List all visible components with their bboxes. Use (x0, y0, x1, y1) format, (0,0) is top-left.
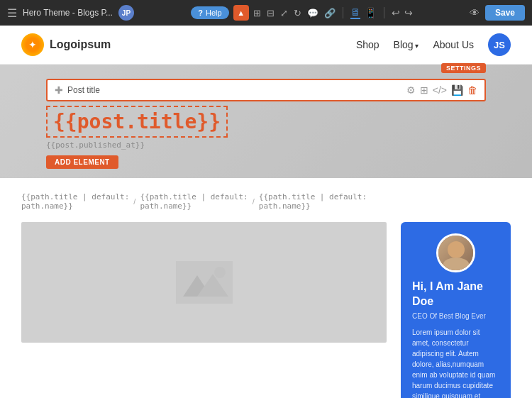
post-title-bar-left: ✚ Post title (55, 84, 100, 96)
logo-icon (21, 33, 44, 56)
hero-section: SETTINGS ✚ Post title ⚙ ⊞ </> 💾 🗑 {{post… (0, 65, 532, 178)
nav-blog[interactable]: Blog (394, 39, 419, 50)
post-title-wrapper: SETTINGS ✚ Post title ⚙ ⊞ </> 💾 🗑 {{post… (46, 79, 486, 169)
layout-icon[interactable]: ⊟ (267, 8, 275, 18)
content-sidebar: Hi, I Am Jane Doe CEO Of Best Blog Ever … (401, 222, 511, 398)
toolbar-separator (343, 7, 343, 18)
author-role: CEO Of Best Blog Ever (412, 312, 499, 320)
toolbar-user-avatar: JP (118, 5, 134, 21)
breadcrumb-item-1: {{path.title | default:path.name}} (21, 192, 129, 211)
post-published-field: {{post.published_at}} (46, 140, 486, 150)
toolbar: ☰ Hero Theme - Blogs P... JP Help ▲ ⊞ ⊟ … (0, 0, 532, 26)
breadcrumb-sep-2: / (253, 197, 255, 206)
menu-icon[interactable]: ☰ (7, 6, 17, 20)
article-image-placeholder (21, 222, 387, 343)
svg-rect-0 (176, 261, 233, 304)
nav-user-avatar: JS (488, 33, 511, 56)
add-icon[interactable]: ✚ (55, 84, 63, 96)
refresh-icon[interactable]: ↻ (294, 8, 301, 18)
preview-icon[interactable]: 👁 (470, 7, 480, 18)
chat-icon[interactable]: 💬 (307, 8, 318, 18)
navbar: Logoipsum Shop Blog About Us JS (0, 26, 532, 65)
toolbar-center: Help ▲ ⊞ ⊟ ⤢ ↻ 💬 🔗 🖥 📱 ↩ ↪ (191, 5, 412, 21)
breadcrumb-sep-1: / (133, 197, 135, 206)
settings-badge[interactable]: SETTINGS (441, 63, 486, 73)
nav-links: Shop Blog About Us JS (356, 33, 511, 56)
breadcrumb-item-2: {{path.title | default:path.name}} (140, 192, 248, 211)
code-icon[interactable]: </> (433, 84, 447, 96)
toolbar-separator-2 (384, 7, 384, 18)
svg-point-3 (214, 267, 226, 278)
link-icon[interactable]: 🔗 (324, 8, 336, 18)
author-avatar-image (438, 236, 473, 270)
logo: Logoipsum (21, 33, 111, 56)
placeholder-inner (176, 261, 233, 304)
redo-icon[interactable]: ↪ (404, 7, 413, 18)
breadcrumb-item-3[interactable]: {{path.title | default:path.name}} (259, 192, 367, 211)
content-main (21, 222, 387, 398)
nav-shop[interactable]: Shop (356, 39, 379, 50)
toolbar-tools: ⊞ ⊟ ⤢ ↻ 💬 🔗 (253, 8, 336, 18)
help-button[interactable]: Help (191, 6, 228, 19)
move-icon[interactable]: ⤢ (280, 8, 288, 18)
toolbar-left: ☰ Hero Theme - Blogs P... JP (7, 5, 134, 21)
content-grid: Hi, I Am Jane Doe CEO Of Best Blog Ever … (21, 222, 511, 398)
nav-about[interactable]: About Us (433, 39, 474, 50)
post-title-field[interactable]: {{post.title}} (46, 106, 228, 138)
sidebar-author-card: Hi, I Am Jane Doe CEO Of Best Blog Ever … (401, 222, 511, 398)
post-title-bar-icons: ⚙ ⊞ </> 💾 🗑 (406, 84, 477, 96)
alert-button[interactable]: ▲ (233, 5, 249, 21)
undo-icon[interactable]: ↩ (392, 7, 400, 18)
add-element-button[interactable]: ADD ELEMENT (46, 155, 118, 169)
settings-icon[interactable]: ⚙ (406, 84, 416, 96)
main-content: {{path.title | default:path.name}} / {{p… (0, 178, 532, 398)
delete-icon[interactable]: 🗑 (467, 84, 477, 96)
save-button[interactable]: Save (485, 5, 525, 21)
device-icons: 🖥 📱 (350, 6, 377, 19)
logo-text: Logoipsum (50, 38, 111, 51)
breadcrumb: {{path.title | default:path.name}} / {{p… (21, 192, 511, 211)
author-name: Hi, I Am Jane Doe (412, 280, 499, 309)
save-icon[interactable]: 💾 (451, 84, 463, 96)
mobile-icon[interactable]: 📱 (365, 7, 377, 18)
post-title-bar: ✚ Post title ⚙ ⊞ </> 💾 🗑 (46, 79, 486, 101)
author-avatar (436, 233, 475, 272)
undo-redo: ↩ ↪ (392, 7, 413, 18)
author-bio: Lorem ipsum dolor sit amet, consectetur … (412, 327, 499, 398)
post-title-bar-label: Post title (67, 85, 100, 95)
desktop-icon[interactable]: 🖥 (350, 6, 360, 19)
toolbar-title: Hero Theme - Blogs P... (23, 8, 113, 18)
image-icon[interactable]: ⊞ (420, 84, 428, 96)
grid-icon[interactable]: ⊞ (253, 8, 261, 18)
toolbar-right: 👁 Save (470, 5, 525, 21)
mountain-icon (176, 261, 233, 304)
